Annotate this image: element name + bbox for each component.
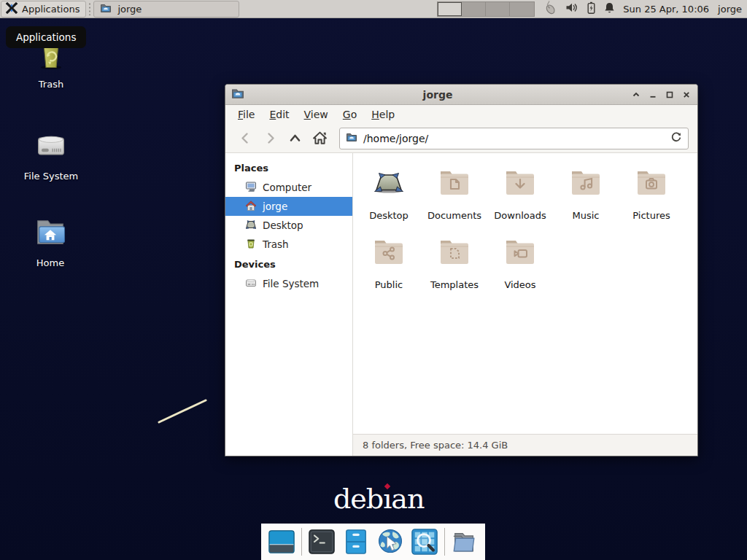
sidebar-item-filesystem[interactable]: File System — [225, 274, 352, 293]
desktop-icon-filesystem[interactable]: File System — [11, 127, 91, 182]
workspace-3[interactable] — [486, 2, 510, 16]
sidebar-places-header: Places — [225, 158, 352, 178]
window-folder-icon — [231, 87, 244, 103]
panel-username[interactable]: jorge — [718, 4, 742, 15]
dock-separator — [444, 528, 445, 556]
address-bar[interactable]: /home/jorge/ — [339, 128, 689, 149]
sidebar-item-desktop[interactable]: Desktop — [225, 216, 352, 235]
file-item-public[interactable]: Public — [356, 235, 422, 290]
up-button[interactable] — [284, 128, 306, 149]
sidebar-item-label: Desktop — [263, 219, 303, 231]
statusbar: 8 folders, Free space: 14.4 GiB — [353, 434, 697, 456]
sidebar-item-jorge[interactable]: jorge — [225, 197, 352, 216]
folder-public-icon — [371, 235, 406, 272]
home-button[interactable] — [309, 128, 330, 149]
applications-menu-icon — [6, 2, 18, 16]
desktop-icon-label: Home — [36, 257, 64, 268]
maximize-button[interactable] — [665, 90, 675, 100]
folder-documents-icon — [437, 166, 472, 203]
show-desktop-icon[interactable] — [267, 527, 296, 556]
workspace-2[interactable] — [462, 2, 486, 16]
desktop-special-icon — [371, 166, 406, 203]
sidebar-item-trash[interactable]: Trash — [225, 235, 352, 254]
desktop-icon-label: Trash — [39, 79, 63, 90]
notifications-icon[interactable] — [603, 1, 616, 17]
file-grid[interactable]: Desktop Documents — [353, 153, 697, 434]
window-titlebar[interactable]: jorge — [225, 85, 697, 105]
menubar: File Edit View Go Help — [225, 105, 697, 124]
address-input[interactable]: /home/jorge/ — [363, 133, 665, 144]
menu-edit[interactable]: Edit — [263, 106, 295, 122]
desktop-icon-label: File System — [24, 171, 78, 182]
statusbar-text: 8 folders, Free space: 14.4 GiB — [363, 440, 508, 451]
applications-menu-label: Applications — [22, 4, 80, 15]
file-item-label: Desktop — [369, 210, 409, 221]
volume-icon[interactable] — [565, 1, 578, 16]
debian-logo-text: deb — [333, 483, 383, 515]
menu-go[interactable]: Go — [336, 106, 363, 122]
menu-help[interactable]: Help — [365, 106, 401, 122]
desktop[interactable]: Applications jorge — [0, 0, 747, 560]
sidebar-item-label: Trash — [263, 238, 289, 250]
file-item-music[interactable]: Music — [553, 166, 619, 221]
main-view: Desktop Documents — [353, 153, 697, 456]
file-item-label: Pictures — [632, 210, 670, 221]
file-item-documents[interactable]: Documents — [422, 166, 487, 221]
sidebar-item-label: jorge — [263, 201, 287, 212]
applications-tooltip: Applications — [6, 26, 86, 48]
terminal-icon[interactable] — [307, 527, 336, 556]
desktop-icon-home[interactable]: Home — [10, 214, 90, 268]
window-title: jorge — [244, 89, 631, 101]
file-item-pictures[interactable]: Pictures — [619, 166, 684, 221]
panel-clock[interactable]: Sun 25 Apr, 10:06 — [623, 4, 709, 15]
close-button[interactable] — [681, 90, 692, 100]
application-finder-icon[interactable] — [410, 527, 439, 556]
sidebar-devices-header: Devices — [225, 254, 352, 274]
sidebar: Places Computer — [225, 153, 353, 456]
debian-logo-text: an — [391, 483, 424, 515]
folder-pictures-icon — [634, 166, 669, 203]
window-controls — [631, 90, 692, 100]
workspace-1[interactable] — [438, 2, 462, 16]
taskbar-window-button[interactable]: jorge — [93, 1, 239, 18]
folder-videos-icon — [503, 235, 538, 272]
panel-handle[interactable] — [88, 2, 92, 15]
battery-icon[interactable] — [585, 1, 597, 17]
home-icon — [245, 200, 257, 214]
web-browser-icon[interactable] — [376, 527, 405, 556]
file-item-templates[interactable]: Templates — [422, 235, 487, 290]
file-manager-icon[interactable] — [341, 527, 371, 556]
window-body: Places Computer — [225, 153, 697, 456]
file-item-label: Public — [375, 279, 403, 290]
back-button[interactable] — [234, 128, 256, 149]
toolbar: /home/jorge/ — [225, 124, 697, 153]
debian-logo-red-dot: ı — [383, 483, 391, 515]
workspace-4[interactable] — [510, 2, 534, 16]
menu-file[interactable]: File — [231, 106, 261, 122]
dock — [261, 524, 485, 560]
file-item-label: Downloads — [494, 210, 546, 221]
applications-menu-button[interactable]: Applications — [1, 1, 86, 18]
sidebar-item-label: Computer — [263, 182, 311, 193]
address-folder-icon — [346, 131, 357, 146]
drive-icon — [32, 127, 70, 167]
minimize-button[interactable] — [648, 90, 658, 100]
top-panel: Applications jorge — [0, 0, 747, 18]
folder-downloads-icon — [503, 166, 538, 203]
file-item-label: Templates — [430, 279, 479, 290]
file-item-label: Music — [573, 210, 600, 221]
reload-icon[interactable] — [670, 131, 682, 146]
file-item-label: Documents — [427, 210, 481, 221]
menu-view[interactable]: View — [298, 106, 335, 122]
workspace-switcher[interactable] — [437, 1, 535, 17]
file-item-videos[interactable]: Videos — [487, 235, 553, 290]
file-item-desktop[interactable]: Desktop — [356, 166, 422, 221]
sidebar-item-computer[interactable]: Computer — [225, 178, 352, 197]
directory-menu-icon[interactable] — [450, 527, 479, 556]
mouse-icon[interactable] — [542, 1, 558, 18]
forward-button[interactable] — [259, 128, 281, 149]
debian-logo: debıan — [333, 483, 424, 515]
drive-mini-icon — [245, 277, 257, 291]
shade-button[interactable] — [631, 90, 641, 100]
file-item-downloads[interactable]: Downloads — [487, 166, 553, 221]
